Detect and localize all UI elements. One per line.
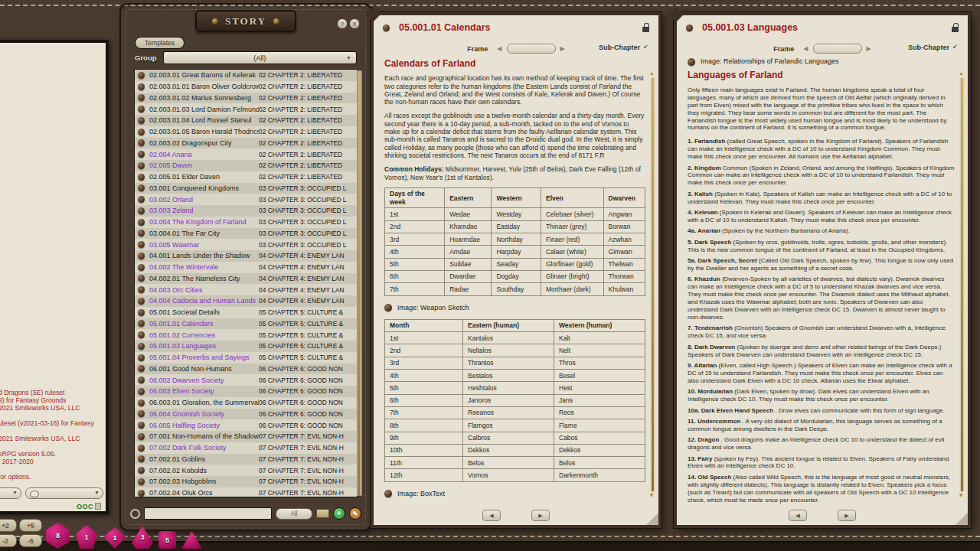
story-entry-row[interactable]: 04.001 Lands Under the Shadow04 CHAPTER … <box>135 250 357 262</box>
story-entry-row[interactable]: 03.004 The Kingdom of Farland03 CHAPTER … <box>135 217 357 228</box>
story-entry-row[interactable]: 04.003 Orc Cities04 CHAPTER 4: ENEMY LAN <box>135 284 357 295</box>
story-entry-row[interactable]: 04.002.01 The Nameless City04 CHAPTER 4:… <box>135 273 357 285</box>
story-window-plaque[interactable]: STORY <box>195 10 296 32</box>
story-entry-row[interactable]: 02.003.01 Great Barons of Kelerak02 CHAP… <box>135 70 357 81</box>
frame-slider[interactable] <box>813 44 862 54</box>
frame-prev-icon[interactable]: ◀ <box>497 45 501 52</box>
link-ring-icon[interactable] <box>130 509 140 519</box>
modifier-button[interactable]: +5 <box>19 519 42 532</box>
modifier-button[interactable]: -5 <box>19 534 42 547</box>
d6-die[interactable]: 5 <box>158 531 176 549</box>
page-scrollbar[interactable] <box>652 78 654 491</box>
entry-orb-icon <box>138 388 145 395</box>
entry-group-label: 06 CHAPTER 6: GOOD NON <box>259 422 348 429</box>
filter-all-button[interactable]: All <box>276 508 312 520</box>
story-entry-row[interactable]: 03.002 Orland03 CHAPTER 3: OCCUPIED L <box>135 194 357 205</box>
story-entry-row[interactable]: 07.002.04 Oluk Orcs07 CHAPTER 7: EVIL NO… <box>135 487 357 497</box>
story-entry-row[interactable]: 03.001 Conquered Kingdoms03 CHAPTER 3: O… <box>135 183 357 194</box>
image-link[interactable]: Image: Relationships of Farlandic Langua… <box>688 58 955 66</box>
table-cell: Dwardae <box>445 270 492 282</box>
story-entry-row[interactable]: 06.001 Good Non-Humans06 CHAPTER 6: GOOD… <box>135 364 357 375</box>
group-select[interactable]: (All) ▼ <box>163 51 358 64</box>
story-entry-row[interactable]: 05.001.02 Currencies05 CHAPTER 5: CULTUR… <box>135 329 357 341</box>
next-page-button[interactable]: ▶ <box>531 510 550 521</box>
search-input[interactable] <box>144 507 272 520</box>
d8-die[interactable]: 3 <box>132 526 153 549</box>
story-entry-row[interactable]: 02.004 Anaria02 CHAPTER 2: LIBERATED <box>135 148 357 160</box>
story-entry-row[interactable]: 02.003.01.05 Baron Harald Thodricsson02 … <box>135 126 357 138</box>
d12-die[interactable]: 1 <box>75 525 98 549</box>
d4-die[interactable] <box>181 530 202 549</box>
entry-name: 02.003.01.04 Lord Russel Starsul <box>149 116 259 124</box>
story-entry-row[interactable]: 07.002.01 Goblins07 CHAPTER 7: EVIL NON-… <box>135 454 357 465</box>
story-entry-row[interactable]: 02.003.01.04 Lord Russel Starsul02 CHAPT… <box>135 115 357 126</box>
modifier-button[interactable]: +2 <box>0 519 17 532</box>
frame-slider[interactable] <box>507 44 556 54</box>
prev-page-button[interactable]: ◀ <box>789 510 807 521</box>
story-entry-row[interactable]: 02.003.01.01 Baron Oliver Goldcrown02 CH… <box>135 81 357 93</box>
d10-die[interactable]: 1 <box>103 527 126 549</box>
language-list: 1. Farlandish (called Great Speech, spok… <box>688 138 955 504</box>
add-entry-button[interactable]: + <box>333 507 345 520</box>
story-entry-row[interactable]: 06.002 Dwarven Society06 CHAPTER 6: GOOD… <box>135 374 357 386</box>
subchapter-toggle[interactable]: Sub-Chapter ✔ <box>908 44 959 51</box>
story-entry-row[interactable]: 04.002 The Wintervale04 CHAPTER 4: ENEMY… <box>135 262 357 273</box>
chat-line: 2021 Smiteworks USA, LLC <box>0 404 103 412</box>
story-entry-row[interactable]: 05.001.01 Calendars05 CHAPTER 5: CULTURE… <box>135 318 357 330</box>
story-entry-row[interactable]: 07.002 Dark Folk Society07 CHAPTER 7: EV… <box>135 442 357 454</box>
modifier-button[interactable]: -2 <box>0 534 17 547</box>
language-item: 12. Dragon . Good dragons make an Intell… <box>688 436 955 452</box>
story-entry-row[interactable]: 05.001.04 Proverbs and Sayings05 CHAPTER… <box>135 352 357 364</box>
entry-orb-icon[interactable] <box>686 24 693 31</box>
story-entry-row[interactable]: 06.003 Elven Society06 CHAPTER 6: GOOD N… <box>135 386 357 397</box>
help-button[interactable]: ? <box>337 18 348 29</box>
entry-name: 07.002.01 Goblins <box>149 455 259 463</box>
table-cell: Darkenmonth <box>554 469 645 481</box>
story-entry-row[interactable]: 07.002.02 Kobolds07 CHAPTER 7: EVIL NON-… <box>135 465 357 476</box>
templates-button[interactable]: Templates <box>135 37 185 49</box>
next-page-button[interactable]: ▶ <box>838 510 856 521</box>
close-button[interactable]: X <box>349 18 360 29</box>
image-link[interactable]: Image: BoxText <box>384 490 645 497</box>
story-entry-row[interactable]: 07.001 Non-Humans of the Shadow07 CHAPTE… <box>135 431 357 442</box>
prev-page-button[interactable]: ◀ <box>482 510 501 521</box>
story-entry-row[interactable]: 02.005 Daven02 CHAPTER 2: LIBERATED <box>135 160 357 171</box>
frame-prev-icon[interactable]: ◀ <box>803 45 808 52</box>
entry-name: 06.003 Elven Society <box>149 387 259 395</box>
image-link[interactable]: Image: Weapon Sketch <box>384 304 645 311</box>
story-entry-row[interactable]: 03.003 Zeland03 CHAPTER 3: OCCUPIED L <box>135 205 357 217</box>
story-entry-row[interactable]: 06.005 Halfling Society06 CHAPTER 6: GOO… <box>135 419 357 431</box>
story-list-scrollbar[interactable] <box>357 70 362 496</box>
subchapter-toggle[interactable]: Sub-Chapter ✔ <box>599 44 649 51</box>
story-entry-row[interactable]: 06.003.01 Gloralion, the Summervale06 CH… <box>135 397 357 409</box>
entry-orb-icon <box>138 399 145 406</box>
story-entry-row[interactable]: 03.005 Wawmar03 CHAPTER 3: OCCUPIED L <box>135 239 357 250</box>
page-scrollbar[interactable] <box>961 78 963 491</box>
frame-next-icon[interactable]: ▶ <box>867 45 871 52</box>
story-entry-row[interactable]: 06.004 Gnomish Society06 CHAPTER 6: GOOD… <box>135 409 357 420</box>
story-entry-row[interactable]: 05.001 Societal Details05 CHAPTER 5: CUL… <box>135 307 357 318</box>
story-entry-row[interactable]: 03.004.01 The Far City03 CHAPTER 3: OCCU… <box>135 228 357 240</box>
chat-voice-select[interactable]: ▼ <box>25 487 103 499</box>
ooc-button[interactable]: OOC <box>77 503 101 510</box>
story-entry-row[interactable]: 02.003.01.03 Lord Damion Felmund02 CHAPT… <box>135 103 357 115</box>
lock-icon[interactable] <box>952 27 959 32</box>
edit-button[interactable]: ✎ <box>349 507 361 520</box>
window-title: 05.001.03 Languages <box>702 22 942 33</box>
language-item: 5. Dark Speech (Spoken by orcs, goblinoi… <box>688 239 955 254</box>
story-entry-row[interactable]: 02.003.01.02 Marius Sonnesberg02 CHAPTER… <box>135 93 357 104</box>
story-entry-row[interactable]: 02.005.01 Elder Daven02 CHAPTER 2: LIBER… <box>135 171 357 183</box>
chat-mode-select[interactable]: ▼ <box>0 487 21 499</box>
story-entry-row[interactable]: 04.004 Cadocia and Human Lands04 CHAPTER… <box>135 295 357 307</box>
d20-die[interactable]: 8 <box>46 523 70 549</box>
frame-next-icon[interactable]: ▶ <box>560 45 565 52</box>
language-item: 3. Kalish (Spoken in Kale). Speakers of … <box>688 191 955 206</box>
story-entry-row[interactable]: 05.001.03 Languages05 CHAPTER 5: CULTURE… <box>135 341 357 352</box>
entry-orb-icon[interactable] <box>383 24 390 31</box>
entry-orb-icon <box>138 343 145 350</box>
story-entry-row[interactable]: 07.002.03 Hobgoblins07 CHAPTER 7: EVIL N… <box>135 476 357 487</box>
category-icon[interactable] <box>316 509 329 518</box>
lock-icon[interactable] <box>642 27 649 32</box>
table-cell: Southday <box>492 283 541 295</box>
story-entry-row[interactable]: 02.003.02 Dragonspur City02 CHAPTER 2: L… <box>135 138 357 149</box>
